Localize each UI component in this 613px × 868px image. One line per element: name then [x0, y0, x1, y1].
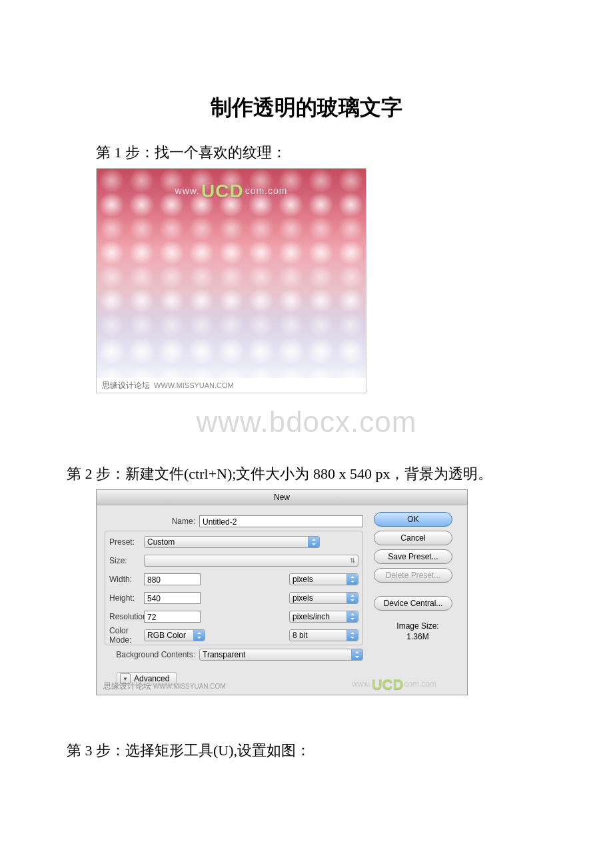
- select-arrow-icon: [351, 649, 362, 660]
- width-unit-select[interactable]: pixels: [289, 573, 358, 585]
- texture-dots: [97, 169, 366, 393]
- delete-preset-button[interactable]: Delete Preset...: [374, 568, 452, 583]
- select-arrow-icon: [346, 611, 358, 622]
- name-label: Name:: [102, 517, 199, 526]
- image-size-label: Image Size:: [374, 621, 462, 631]
- width-input[interactable]: 880: [144, 573, 201, 585]
- page-watermark: www.bdocx.com: [67, 405, 546, 439]
- select-arrow-icon: [346, 593, 358, 603]
- dialog-watermark: www.UCDcom.com: [352, 676, 436, 693]
- step-1-text: 第 1 步：找一个喜欢的纹理：: [67, 143, 546, 163]
- select-arrow-icon: ⇅: [347, 555, 358, 566]
- select-arrow-icon: [193, 630, 205, 641]
- document-page: 制作透明的玻璃文字 第 1 步：找一个喜欢的纹理： www.UCDcom.com…: [0, 0, 613, 806]
- preset-label: Preset:: [109, 537, 144, 547]
- image-size-value: 1.36M: [374, 632, 462, 641]
- page-title: 制作透明的玻璃文字: [67, 93, 546, 123]
- color-depth-select[interactable]: 8 bit: [289, 629, 358, 641]
- new-dialog: New Name: Untitled-2 Preset: Custom: [96, 489, 468, 695]
- dialog-footer: 思缘设计论坛 WWW.MISSYUAN.COM: [103, 681, 226, 692]
- select-arrow-icon: [346, 574, 358, 585]
- texture-footer: 思缘设计论坛 WWW.MISSYUAN.COM: [97, 378, 366, 393]
- ok-button[interactable]: OK: [374, 512, 452, 527]
- color-mode-label: Color Mode:: [109, 626, 144, 645]
- cancel-button[interactable]: Cancel: [374, 531, 452, 545]
- height-label: Height:: [109, 593, 144, 603]
- size-select[interactable]: ⇅: [144, 555, 358, 567]
- resolution-label: Resolution:: [109, 612, 144, 621]
- size-label: Size:: [109, 556, 144, 565]
- resolution-input[interactable]: 72: [144, 611, 201, 623]
- color-mode-select[interactable]: RGB Color: [144, 629, 205, 641]
- save-preset-button[interactable]: Save Preset...: [374, 549, 452, 564]
- step-3-text: 第 3 步：选择矩形工具(U),设置如图：: [67, 741, 546, 761]
- width-label: Width:: [109, 575, 144, 584]
- texture-watermark: www.UCDcom.com: [97, 181, 366, 202]
- device-central-button[interactable]: Device Central...: [374, 596, 452, 611]
- preset-select[interactable]: Custom: [144, 536, 320, 548]
- select-arrow-icon: [346, 630, 358, 641]
- bg-contents-label: Background Contents:: [102, 650, 199, 659]
- name-input[interactable]: Untitled-2: [199, 515, 363, 527]
- dialog-title: New: [97, 490, 467, 505]
- height-unit-select[interactable]: pixels: [289, 592, 358, 604]
- texture-figure: www.UCDcom.com 思缘设计论坛 WWW.MISSYUAN.COM: [96, 168, 366, 393]
- resolution-unit-select[interactable]: pixels/inch: [289, 611, 358, 623]
- select-arrow-icon: [308, 537, 319, 547]
- height-input[interactable]: 540: [144, 592, 201, 604]
- step-2-text: 第 2 步：新建文件(ctrl+N);文件大小为 880 x 540 px，背景…: [67, 464, 546, 484]
- bg-contents-select[interactable]: Transparent: [199, 649, 363, 661]
